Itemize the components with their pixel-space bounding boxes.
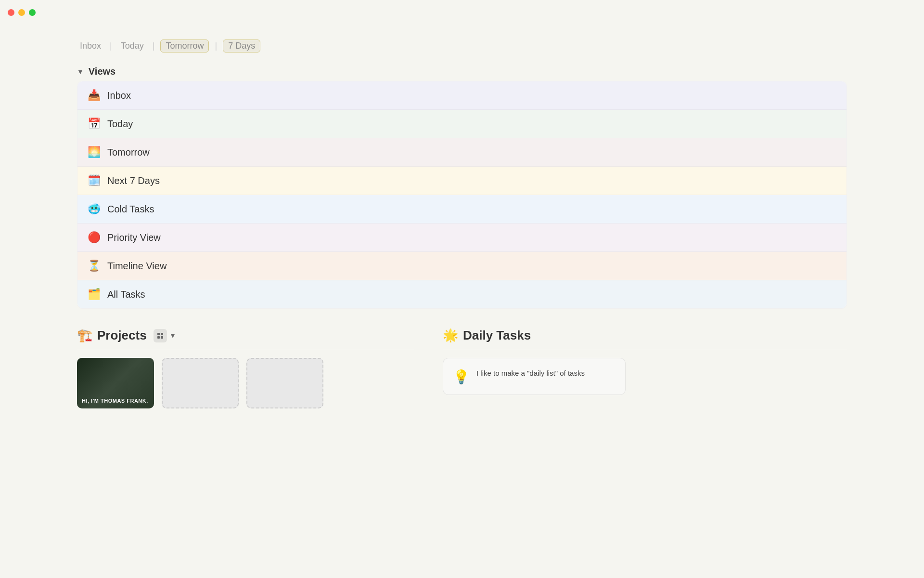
nav-item-tomorrow[interactable]: Tomorrow — [160, 39, 209, 53]
view-label-next7days: Next 7 Days — [107, 175, 160, 186]
nav-item-today[interactable]: Today — [118, 40, 147, 52]
close-button[interactable] — [8, 9, 14, 16]
view-label-alltasks: All Tasks — [107, 289, 145, 300]
view-item-today[interactable]: 📅 Today — [77, 110, 847, 138]
view-label-priorityview: Priority View — [107, 232, 161, 243]
top-navigation: Inbox | Today | Tomorrow | 7 Days — [77, 39, 847, 53]
main-content: Inbox | Today | Tomorrow | 7 Days ▼ View… — [0, 25, 924, 423]
svg-rect-1 — [161, 333, 163, 335]
svg-rect-3 — [161, 336, 163, 339]
projects-grid: HI, I'M THOMAS FRANK. — [77, 358, 414, 408]
nav-item-inbox[interactable]: Inbox — [77, 40, 104, 52]
daily-tasks-emoji: 🌟 — [443, 328, 458, 343]
views-title: Views — [89, 66, 116, 77]
timelineview-icon: ⏳ — [87, 260, 101, 272]
inbox-icon: 📥 — [87, 89, 101, 102]
projects-header-icons: ▾ — [154, 329, 175, 342]
today-icon: 📅 — [87, 118, 101, 130]
bottom-sections: 🏗️ Projects ▾ HI, I'M — [77, 328, 847, 408]
bulb-icon: 💡 — [453, 369, 470, 385]
view-item-timelineview[interactable]: ⏳ Timeline View — [77, 252, 847, 280]
daily-tasks-title: Daily Tasks — [463, 328, 531, 343]
nav-separator-1: | — [110, 41, 112, 51]
projects-section: 🏗️ Projects ▾ HI, I'M — [77, 328, 414, 408]
nav-item-7days[interactable]: 7 Days — [223, 39, 260, 53]
view-item-next7days[interactable]: 🗓️ Next 7 Days — [77, 167, 847, 195]
project-card-empty-1[interactable] — [162, 358, 239, 408]
view-item-tomorrow[interactable]: 🌅 Tomorrow — [77, 138, 847, 167]
project-card-thomas-frank[interactable]: HI, I'M THOMAS FRANK. — [77, 358, 154, 408]
project-card-empty-2[interactable] — [246, 358, 323, 408]
daily-tasks-header: 🌟 Daily Tasks — [443, 328, 847, 349]
views-collapse-arrow[interactable]: ▼ — [77, 68, 84, 76]
svg-rect-0 — [157, 333, 160, 335]
view-item-alltasks[interactable]: 🗂️ All Tasks — [77, 280, 847, 308]
next7days-icon: 🗓️ — [87, 174, 101, 187]
grid-view-button[interactable] — [154, 329, 167, 342]
projects-emoji: 🏗️ — [77, 328, 92, 343]
daily-task-text: I like to make a "daily list" of tasks — [476, 368, 585, 379]
fullscreen-button[interactable] — [29, 9, 36, 16]
svg-rect-2 — [157, 336, 160, 339]
view-label-tomorrow: Tomorrow — [107, 147, 150, 158]
view-label-today: Today — [107, 118, 133, 130]
view-label-timelineview: Timeline View — [107, 261, 167, 272]
nav-separator-3: | — [215, 41, 217, 51]
nav-separator-2: | — [153, 41, 155, 51]
projects-header: 🏗️ Projects ▾ — [77, 328, 414, 349]
view-item-priorityview[interactable]: 🔴 Priority View — [77, 223, 847, 252]
alltasks-icon: 🗂️ — [87, 288, 101, 301]
titlebar — [0, 0, 924, 25]
minimize-button[interactable] — [18, 9, 25, 16]
priorityview-icon: 🔴 — [87, 231, 101, 244]
thomas-frank-overlay-text: HI, I'M THOMAS FRANK. — [82, 398, 149, 404]
view-item-coldtasks[interactable]: 🥶 Cold Tasks — [77, 195, 847, 223]
tomorrow-icon: 🌅 — [87, 146, 101, 158]
coldtasks-icon: 🥶 — [87, 203, 101, 215]
views-section: ▼ Views 📥 Inbox 📅 Today 🌅 Tomorrow 🗓️ Ne… — [77, 66, 847, 309]
daily-tasks-section: 🌟 Daily Tasks 💡 I like to make a "daily … — [443, 328, 847, 408]
view-label-inbox: Inbox — [107, 90, 131, 101]
projects-chevron-icon[interactable]: ▾ — [171, 331, 175, 340]
view-label-coldtasks: Cold Tasks — [107, 204, 154, 215]
daily-task-row: 💡 I like to make a "daily list" of tasks — [453, 368, 616, 385]
daily-tasks-card: 💡 I like to make a "daily list" of tasks — [443, 358, 626, 395]
projects-title: Projects — [97, 328, 147, 343]
views-header[interactable]: ▼ Views — [77, 66, 847, 77]
views-list: 📥 Inbox 📅 Today 🌅 Tomorrow 🗓️ Next 7 Day… — [77, 81, 847, 309]
view-item-inbox[interactable]: 📥 Inbox — [77, 81, 847, 110]
